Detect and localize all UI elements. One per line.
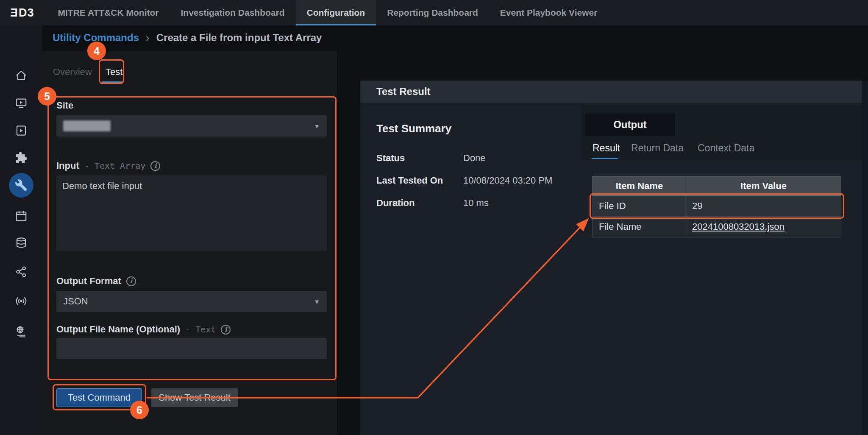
tab-overview[interactable]: Overview: [53, 67, 92, 78]
result-table-header-row: Item Name Item Value: [593, 176, 841, 196]
subtab-result[interactable]: Result: [593, 142, 620, 154]
home-icon[interactable]: [15, 69, 28, 82]
nav-item-investigation-dashboard[interactable]: Investigation Dashboard: [170, 0, 295, 25]
subtab-return-data[interactable]: Return Data: [631, 142, 684, 154]
event-monitor-icon[interactable]: [15, 97, 28, 109]
summary-label: Status: [376, 153, 463, 164]
page-title: Create a File from input Text Array: [156, 32, 322, 44]
summary-value: 10/08/2024 03:20 PM: [463, 175, 552, 186]
database-icon[interactable]: [15, 237, 28, 249]
file-download-link[interactable]: 20241008032013.json: [692, 221, 785, 232]
d3-soar-app: Ǝ D3 MITRE ATT&CK Monitor Investigation …: [0, 0, 868, 435]
summary-row-status: Status Done: [376, 153, 486, 164]
output-format-selected-value: JSON: [63, 296, 88, 307]
info-icon[interactable]: i: [150, 161, 160, 171]
d3-logo: Ǝ D3: [0, 0, 47, 25]
site-select[interactable]: ▼: [56, 115, 327, 137]
table-row-file-name: File Name 20241008032013.json: [593, 217, 841, 237]
table-row-file-id: File ID 29: [593, 196, 841, 217]
cell-item-name: File Name: [593, 217, 686, 237]
subtab-context-data[interactable]: Context Data: [698, 142, 754, 154]
summary-label: Duration: [376, 198, 463, 209]
output-format-label-text: Output Format: [56, 276, 121, 287]
test-command-button[interactable]: Test Command: [56, 388, 142, 407]
site-field-label: Site: [56, 100, 73, 111]
nav-item-configuration[interactable]: Configuration: [296, 0, 376, 25]
top-nav-items: MITRE ATT&CK Monitor Investigation Dashb…: [47, 0, 609, 25]
vertical-scrollbar[interactable]: [862, 81, 868, 435]
test-result-title: Test Result: [376, 86, 431, 98]
breadcrumb-separator: ›: [146, 31, 150, 45]
d3-logo-text: D3: [19, 6, 34, 20]
result-table: Item Name Item Value File ID 29 File Nam…: [593, 176, 841, 237]
chevron-down-icon: ▼: [314, 123, 320, 130]
cell-item-value: 20241008032013.json: [686, 217, 841, 237]
summary-value: Done: [463, 153, 486, 164]
site-redacted-value: [63, 120, 111, 131]
d3-logo-mark-icon: Ǝ: [10, 6, 18, 20]
column-header-item-name: Item Name: [593, 176, 686, 196]
tab-output[interactable]: Output: [585, 114, 675, 136]
integrations-puzzle-icon[interactable]: [15, 151, 28, 164]
output-file-name-type-hint: - Text: [185, 324, 216, 335]
breadcrumb: Utility Commands › Create a File from in…: [53, 25, 322, 50]
broadcast-icon[interactable]: [15, 295, 28, 307]
summary-label: Last Tested On: [376, 175, 463, 186]
test-result-header: Test Result: [360, 81, 868, 103]
schedule-calendar-icon[interactable]: [15, 209, 28, 222]
chevron-down-icon: ▼: [314, 298, 320, 305]
site-label-text: Site: [56, 100, 73, 111]
breadcrumb-parent-link[interactable]: Utility Commands: [53, 32, 139, 44]
show-test-result-button[interactable]: Show Test Result: [151, 388, 238, 407]
utility-commands-wrench-icon[interactable]: [9, 173, 33, 198]
cell-item-name: File ID: [593, 196, 686, 217]
cell-item-value: 29: [686, 196, 841, 217]
output-file-name-label-text: Output File Name (Optional): [56, 324, 180, 335]
test-summary-title: Test Summary: [376, 122, 451, 135]
column-header-item-value: Item Value: [686, 176, 841, 196]
nav-item-reporting-dashboard[interactable]: Reporting Dashboard: [376, 0, 489, 25]
output-format-field-label: Output Format i: [56, 276, 136, 287]
input-label-text: Input: [56, 160, 79, 171]
summary-row-last-tested: Last Tested On 10/08/2024 03:20 PM: [376, 175, 552, 186]
tab-test-active-underline: [102, 81, 123, 83]
output-file-name-input[interactable]: [56, 338, 327, 359]
subtab-result-active-underline: [592, 158, 618, 159]
test-result-body: Test Summary Status Done Last Tested On …: [360, 103, 868, 435]
top-nav: Ǝ D3 MITRE ATT&CK Monitor Investigation …: [0, 0, 868, 25]
connections-share-icon[interactable]: [15, 265, 28, 278]
geo-feeds-globe-icon[interactable]: [15, 325, 28, 338]
summary-row-duration: Duration 10 ms: [376, 198, 489, 209]
output-file-name-field-label: Output File Name (Optional) - Text i: [56, 324, 231, 335]
output-format-select[interactable]: JSON ▼: [56, 291, 327, 312]
output-tab-strip: Output Result Return Data Context Data: [581, 103, 868, 160]
input-field-label: Input - Text Array i: [56, 160, 160, 171]
sidebar: [0, 25, 42, 435]
nav-item-event-playbook-viewer[interactable]: Event Playbook Viewer: [489, 0, 609, 25]
info-icon[interactable]: i: [221, 325, 231, 335]
input-textarea[interactable]: Demo text file input: [56, 176, 327, 251]
tab-test[interactable]: Test: [106, 67, 122, 78]
input-type-hint: - Text Array: [84, 161, 146, 171]
playbook-runner-icon[interactable]: [15, 124, 28, 137]
nav-item-mitre-attck-monitor[interactable]: MITRE ATT&CK Monitor: [47, 0, 170, 25]
summary-value: 10 ms: [463, 198, 489, 209]
info-icon[interactable]: i: [126, 276, 136, 286]
